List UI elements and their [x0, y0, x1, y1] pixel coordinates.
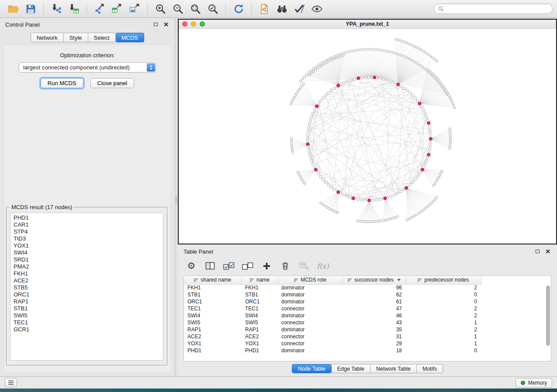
- table-row[interactable]: FKH1FKH1dominator962: [184, 284, 481, 291]
- cell-predecessor_nodes[interactable]: 2: [406, 312, 481, 319]
- cell-name[interactable]: FKH1: [242, 284, 278, 291]
- tab-style[interactable]: Style: [64, 33, 88, 42]
- cell-mcds_role[interactable]: dominator: [278, 312, 343, 319]
- column-header-successor-nodes[interactable]: successor nodes: [343, 276, 406, 284]
- cell-successor_nodes[interactable]: 46: [343, 312, 406, 319]
- tab-node-table[interactable]: Node Table: [292, 364, 332, 373]
- cell-successor_nodes[interactable]: 35: [343, 326, 406, 333]
- cell-mcds_role[interactable]: dominator: [278, 347, 343, 354]
- float-table-panel-button[interactable]: [534, 248, 541, 255]
- show-hide-details-icon[interactable]: [292, 2, 306, 16]
- cell-shared_name[interactable]: PHD1: [184, 347, 242, 354]
- cell-mcds_role[interactable]: dominator: [278, 291, 343, 298]
- cell-shared_name[interactable]: ORC1: [184, 298, 242, 305]
- cell-successor_nodes[interactable]: 62: [343, 291, 406, 298]
- run-mcds-button[interactable]: Run MCDS: [41, 78, 83, 88]
- mcds-result-item[interactable]: SRD1: [14, 256, 163, 263]
- close-panel-button[interactable]: ✕: [163, 21, 170, 28]
- table-row[interactable]: ORC1ORC1dominator610: [184, 298, 481, 305]
- mcds-result-item[interactable]: FKH1: [14, 270, 163, 277]
- cell-successor_nodes[interactable]: 29: [343, 340, 406, 347]
- cell-mcds_role[interactable]: dominator: [278, 326, 343, 333]
- cell-shared_name[interactable]: ACE2: [184, 333, 242, 340]
- cell-name[interactable]: YOX1: [242, 340, 278, 347]
- close-table-panel-button[interactable]: ✕: [544, 248, 551, 255]
- cell-predecessor_nodes[interactable]: 1: [406, 340, 481, 347]
- table-row[interactable]: SWI4SWI4dominator462: [184, 312, 481, 319]
- cell-mcds_role[interactable]: connector: [278, 305, 343, 312]
- open-in-browser-icon[interactable]: [257, 2, 271, 16]
- mcds-result-item[interactable]: PHD1: [14, 214, 163, 221]
- cell-name[interactable]: ACE2: [242, 333, 278, 340]
- cell-predecessor_nodes[interactable]: 2: [406, 326, 481, 333]
- tab-network-table[interactable]: Network Table: [370, 364, 417, 373]
- tab-motifs[interactable]: Motifs: [417, 364, 443, 373]
- export-image-icon[interactable]: [128, 2, 142, 16]
- import-table-icon[interactable]: [67, 2, 81, 16]
- export-table-icon[interactable]: [110, 2, 124, 16]
- cell-predecessor_nodes[interactable]: 0: [406, 291, 481, 298]
- tab-select[interactable]: Select: [88, 33, 116, 42]
- cell-successor_nodes[interactable]: 96: [343, 284, 406, 291]
- mcds-result-item[interactable]: TEC1: [14, 319, 163, 326]
- mcds-result-item[interactable]: GCR1: [14, 326, 163, 333]
- add-row-icon[interactable]: [261, 260, 272, 272]
- save-icon[interactable]: [24, 2, 38, 16]
- mcds-result-item[interactable]: YOX1: [14, 242, 163, 249]
- zoom-in-icon[interactable]: [153, 2, 167, 16]
- cell-shared_name[interactable]: YOX1: [184, 340, 242, 347]
- cell-successor_nodes[interactable]: 43: [343, 319, 406, 326]
- cell-predecessor_nodes[interactable]: 1: [406, 319, 481, 326]
- cell-successor_nodes[interactable]: 31: [343, 333, 406, 340]
- cell-predecessor_nodes[interactable]: 2: [406, 305, 481, 312]
- cell-name[interactable]: RAP1: [242, 326, 278, 333]
- mcds-result-item[interactable]: RAP1: [14, 298, 163, 305]
- deselect-all-icon[interactable]: [242, 260, 253, 272]
- cell-shared_name[interactable]: STB1: [184, 291, 242, 298]
- find-icon[interactable]: [275, 2, 289, 16]
- mcds-result-item[interactable]: STB5: [14, 284, 163, 291]
- import-network-icon[interactable]: [49, 2, 63, 16]
- mcds-result-item[interactable]: ORC1: [14, 291, 163, 298]
- table-row[interactable]: SWI5SWI5connector431: [184, 319, 481, 326]
- tab-network[interactable]: Network: [31, 33, 64, 42]
- cell-name[interactable]: SWI4: [242, 312, 278, 319]
- cell-shared_name[interactable]: RAP1: [184, 326, 242, 333]
- cell-name[interactable]: PHD1: [242, 347, 278, 354]
- delete-row-icon[interactable]: [280, 260, 291, 272]
- cell-mcds_role[interactable]: connector: [278, 333, 343, 340]
- table-scrollbar-thumb[interactable]: [546, 285, 550, 346]
- column-header-predecessor-nodes[interactable]: predecessor nodes: [406, 276, 481, 284]
- cell-shared_name[interactable]: SWI5: [184, 319, 242, 326]
- cell-mcds_role[interactable]: dominator: [278, 298, 343, 305]
- zoom-fit-icon[interactable]: [188, 2, 202, 16]
- table-row[interactable]: STB1STB1dominator620: [184, 291, 481, 298]
- select-all-icon[interactable]: [223, 260, 235, 272]
- cell-mcds_role[interactable]: connector: [278, 319, 343, 326]
- tab-edge-table[interactable]: Edge Table: [332, 364, 370, 373]
- network-canvas[interactable]: [179, 29, 556, 244]
- cell-name[interactable]: TEC1: [242, 305, 278, 312]
- cell-successor_nodes[interactable]: 18: [343, 347, 406, 354]
- show-columns-icon[interactable]: [204, 260, 216, 272]
- column-header-MCDS-role[interactable]: MCDS role: [278, 276, 343, 284]
- table-row[interactable]: PHD1PHD1dominator180: [184, 347, 481, 354]
- cell-shared_name[interactable]: FKH1: [184, 284, 242, 291]
- cell-successor_nodes[interactable]: 47: [343, 305, 406, 312]
- table-row[interactable]: ACE2ACE2connector311: [184, 333, 481, 340]
- table-settings-icon[interactable]: ⚙: [186, 260, 197, 272]
- table-row[interactable]: YOX1YOX1connector291: [184, 340, 481, 347]
- export-network-icon[interactable]: [93, 2, 107, 16]
- zoom-out-icon[interactable]: [171, 2, 185, 16]
- close-panel-button-mcds[interactable]: Close panel: [90, 78, 135, 88]
- cell-predecessor_nodes[interactable]: 2: [406, 284, 481, 291]
- cell-name[interactable]: ORC1: [242, 298, 278, 305]
- table-row[interactable]: TEC1TEC1connector472: [184, 305, 481, 312]
- cell-shared_name[interactable]: SWI4: [184, 312, 242, 319]
- mcds-result-list[interactable]: PHD1CAR1STP4TID3YOX1SWI4SRD1PMA2FKH1ACE2…: [10, 213, 163, 361]
- mcds-result-item[interactable]: SWI4: [14, 249, 163, 256]
- mcds-result-item[interactable]: PMA2: [14, 263, 163, 270]
- apply-layout-icon[interactable]: [232, 2, 246, 16]
- panel-menu-button[interactable]: [5, 378, 17, 387]
- cell-name[interactable]: STB1: [242, 291, 278, 298]
